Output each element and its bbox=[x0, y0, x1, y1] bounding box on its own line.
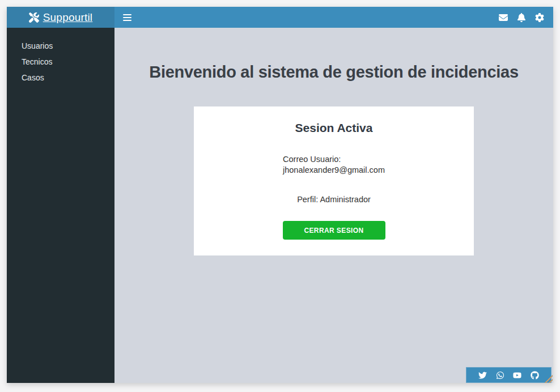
logout-button[interactable]: CERRAR SESION bbox=[283, 221, 385, 240]
session-card-title: Sesion Activa bbox=[194, 121, 474, 135]
hammer-wrench-icon bbox=[29, 12, 39, 23]
navbar-right-icons bbox=[498, 12, 544, 22]
app-window: Suppourtil Usuar bbox=[7, 7, 553, 383]
social-bar bbox=[466, 367, 551, 383]
sidebar-item-usuarios[interactable]: Usuarios bbox=[7, 38, 114, 54]
sidebar-item-casos[interactable]: Casos bbox=[7, 70, 114, 86]
sidebar-item-tecnicos[interactable]: Tecnicos bbox=[7, 54, 114, 70]
profile-line: Perfil: Administrador bbox=[194, 195, 474, 204]
screenshot-stage: Suppourtil Usuar bbox=[0, 0, 560, 392]
sidebar: Usuarios Tecnicos Casos bbox=[7, 28, 114, 383]
session-card: Sesion Activa Correo Usuario: jhonalexan… bbox=[194, 106, 474, 255]
brand-name[interactable]: Suppourtil bbox=[43, 11, 93, 24]
twitter-icon[interactable] bbox=[478, 370, 487, 380]
envelope-icon[interactable] bbox=[498, 12, 508, 22]
app-body: Usuarios Tecnicos Casos Bienvenido al si… bbox=[7, 28, 553, 383]
whatsapp-icon[interactable] bbox=[495, 370, 504, 380]
youtube-icon[interactable] bbox=[513, 370, 522, 380]
email-value: jhonalexander9@gmail.com bbox=[283, 165, 385, 176]
github-icon[interactable] bbox=[530, 370, 539, 380]
bell-icon[interactable] bbox=[516, 12, 526, 22]
top-header: Suppourtil bbox=[7, 7, 553, 28]
page-title: Bienvenido al sistema de gestion de inci… bbox=[114, 63, 553, 82]
navbar bbox=[114, 7, 553, 28]
email-label: Correo Usuario: bbox=[283, 154, 385, 165]
hamburger-menu-icon[interactable] bbox=[123, 14, 131, 21]
gear-icon[interactable] bbox=[534, 12, 544, 22]
brand-logo[interactable]: Suppourtil bbox=[7, 7, 114, 28]
email-block: Correo Usuario: jhonalexander9@gmail.com bbox=[283, 154, 385, 176]
main-content: Bienvenido al sistema de gestion de inci… bbox=[114, 28, 553, 383]
